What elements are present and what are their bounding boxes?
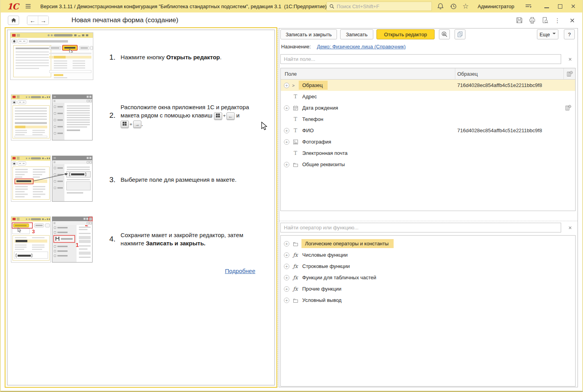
function-group-name[interactable]: Условный вывод <box>301 296 342 305</box>
service-menu-icon[interactable] <box>524 2 532 10</box>
table-row-fio[interactable]: + T ФИО 716d4028ec854affb4c51e2211bbc9f8 <box>281 125 575 136</box>
field-name[interactable]: Дата рождения <box>301 103 339 112</box>
field-name[interactable]: Адрес <box>301 92 317 101</box>
history-icon[interactable] <box>449 2 457 10</box>
table-row-sample[interactable]: + > Образец 716d4028ec854affb4c51e2211bb… <box>281 80 575 91</box>
back-button[interactable]: ← <box>27 16 38 25</box>
step4-label-1: 1 <box>76 242 79 248</box>
section-splitter[interactable] <box>279 221 578 221</box>
step4-label-3: 3 <box>32 229 35 234</box>
field-name[interactable]: Образец <box>299 81 328 90</box>
global-search-box[interactable] <box>326 2 432 11</box>
table-settings-icon[interactable] <box>566 70 573 77</box>
forward-button[interactable]: → <box>38 16 48 25</box>
expand-icon[interactable]: + <box>284 162 289 167</box>
list-item-conditional-output[interactable]: + Условный вывод <box>281 294 575 306</box>
print-icon[interactable] <box>529 17 536 24</box>
expand-icon[interactable]: + <box>284 286 289 292</box>
close-icon <box>571 4 576 9</box>
field-name[interactable]: Электронная почта <box>301 149 348 158</box>
field-name[interactable]: Общие реквизиты <box>301 160 346 169</box>
save-button[interactable]: Записать <box>340 29 373 39</box>
step-2-thumbnail <box>10 94 93 141</box>
step-text: Нажмите кнопку Открыть редактор. <box>121 53 222 61</box>
function-group-name[interactable]: Прочие функции <box>301 284 342 293</box>
field-search-input[interactable] <box>280 54 561 64</box>
function-icon: ƒx <box>292 275 299 280</box>
maximize-button[interactable] <box>553 2 567 11</box>
list-item-logical-operators[interactable]: + Логические операторы и константы <box>281 238 575 249</box>
expand-icon[interactable]: + <box>284 105 289 111</box>
change-assignment-button[interactable] <box>439 29 450 39</box>
expand-icon[interactable]: + <box>284 139 289 145</box>
plus-sign: + <box>223 113 226 119</box>
notifications-bell-icon[interactable] <box>437 2 444 10</box>
expand-icon[interactable]: + <box>284 128 289 133</box>
column-header-sample[interactable]: Образец <box>457 71 478 77</box>
field-name[interactable]: Фотография <box>301 137 332 146</box>
chevron-right-icon[interactable]: > <box>292 83 297 88</box>
help-button[interactable]: ? <box>564 29 575 39</box>
form-header-row: ← → Новая печатная форма (создание) ⋮ <box>1 12 582 28</box>
table-row-birthdate[interactable]: + Дата рождения <box>281 102 575 114</box>
pane-splitter[interactable] <box>278 28 278 387</box>
close-form-icon[interactable] <box>569 18 575 23</box>
main-menu-icon[interactable] <box>25 2 32 10</box>
field-name[interactable]: Телефон <box>301 115 324 124</box>
function-search-input[interactable] <box>280 223 561 232</box>
column-header-field[interactable]: Поле <box>285 71 297 77</box>
home-button[interactable] <box>8 16 19 25</box>
step-text: Расположите окна приложения 1С и редакто… <box>121 103 270 128</box>
function-group-name[interactable]: Логические операторы и константы <box>301 239 394 248</box>
expand-icon[interactable]: + <box>284 252 289 258</box>
table-row-email[interactable]: T Электронная почта <box>281 147 575 159</box>
more-details-link[interactable]: Подробнее <box>225 268 255 274</box>
text-type-icon: T <box>292 116 299 122</box>
current-user-label[interactable]: Администратор <box>478 4 514 9</box>
tutorial-step-4: 4. Сохраните макет и закройте редактор, … <box>109 231 270 248</box>
function-group-name[interactable]: Функции для табличных частей <box>301 273 377 282</box>
close-window-button[interactable] <box>567 2 580 11</box>
step-3-thumbnail <box>10 155 93 202</box>
expand-icon[interactable]: + <box>284 264 289 269</box>
folder-icon <box>292 161 299 168</box>
copy-button[interactable] <box>455 29 465 39</box>
assignment-row: Назначение: Демо: Физические лица (Справ… <box>281 44 406 50</box>
field-name[interactable]: ФИО <box>301 126 314 135</box>
expand-icon[interactable]: + <box>284 83 289 88</box>
more-button[interactable]: Еще <box>537 29 558 39</box>
function-icon: ƒx <box>292 286 299 292</box>
minimize-button[interactable] <box>540 2 553 11</box>
save-icon[interactable] <box>516 17 523 24</box>
field-sample-value: 716d4028ec854affb4c51e2211bbc9f8 <box>457 82 542 88</box>
clear-field-search-icon[interactable] <box>567 57 573 62</box>
table-row-phone[interactable]: T Телефон <box>281 114 575 125</box>
table-settings-icon[interactable] <box>565 104 572 111</box>
clear-function-search-icon[interactable] <box>567 225 573 231</box>
page-title: Новая печатная форма (создание) <box>71 16 178 24</box>
expand-icon[interactable]: + <box>284 298 289 303</box>
expand-icon[interactable]: + <box>284 241 289 247</box>
favorites-star-icon[interactable]: ☆ <box>462 2 470 10</box>
field-sample-value: 716d4028ec854affb4c51e2211bbc9f8 <box>457 128 542 133</box>
table-row-photo[interactable]: + Фотография <box>281 136 575 147</box>
print-form-pane: Записать и закрыть Записать Открыть реда… <box>279 28 578 387</box>
print-preview-icon[interactable] <box>542 17 549 24</box>
assignment-link[interactable]: Демо: Физические лица (Справочник) <box>317 44 405 50</box>
list-item-string-functions[interactable]: + ƒx Строковые функции <box>281 261 575 272</box>
function-group-name[interactable]: Строковые функции <box>301 262 351 271</box>
more-actions-icon[interactable]: ⋮ <box>554 18 560 23</box>
table-row-common-attrs[interactable]: + Общие реквизиты <box>281 159 575 170</box>
step-4-thumbnail: 3 2 1 <box>10 216 93 263</box>
list-item-other-functions[interactable]: + ƒx Прочие функции <box>281 283 575 294</box>
function-group-name[interactable]: Числовые функции <box>301 250 348 259</box>
assignment-label: Назначение: <box>281 44 311 50</box>
calendar-icon <box>292 105 299 111</box>
global-search-input[interactable] <box>337 4 429 9</box>
table-row-address[interactable]: T Адрес <box>281 91 575 102</box>
list-item-tabular-functions[interactable]: + ƒx Функции для табличных частей <box>281 272 575 283</box>
list-item-numeric-functions[interactable]: + ƒx Числовые функции <box>281 249 575 261</box>
save-and-close-button[interactable]: Записать и закрыть <box>280 29 337 39</box>
expand-icon[interactable]: + <box>284 275 289 280</box>
open-editor-button[interactable]: Открыть редактор <box>376 29 435 39</box>
